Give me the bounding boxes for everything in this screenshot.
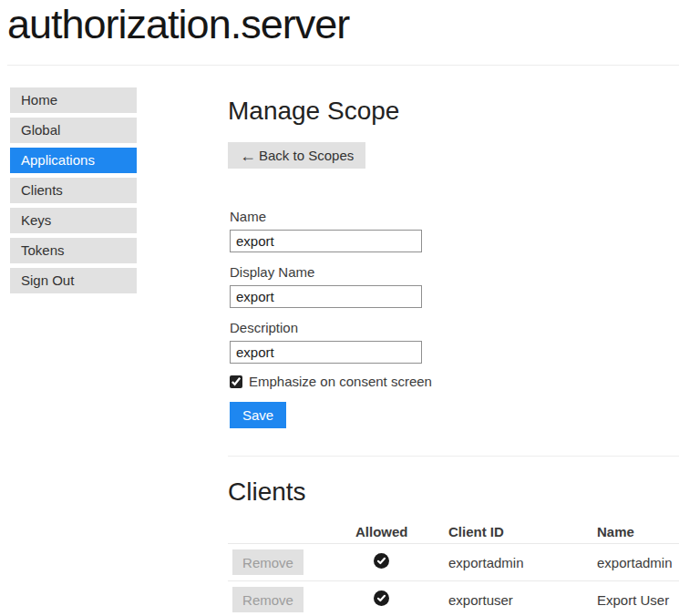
header-divider <box>7 65 679 66</box>
sidebar-item-tokens[interactable]: Tokens <box>10 238 137 263</box>
page-title: Manage Scope <box>228 95 399 128</box>
remove-button[interactable]: Remove <box>232 549 303 575</box>
clients-table-header: Allowed Client ID Name <box>228 519 679 544</box>
allowed-cell <box>355 553 448 571</box>
page: authorization.server Home Global Applica… <box>0 0 679 616</box>
display-name-input[interactable] <box>230 285 422 308</box>
description-label: Description <box>230 320 298 336</box>
table-row: Remove exportadmin exportadmin <box>228 544 679 581</box>
sidebar-item-keys[interactable]: Keys <box>10 208 137 233</box>
sidebar-item-applications[interactable]: Applications <box>10 148 137 173</box>
sidebar-item-clients[interactable]: Clients <box>10 178 137 203</box>
allowed-cell <box>355 590 448 609</box>
emphasize-checkbox[interactable] <box>230 375 242 388</box>
sidebar-item-sign-out[interactable]: Sign Out <box>10 268 137 293</box>
table-row: Remove exportuser Export User <box>228 581 679 616</box>
clients-section-title: Clients <box>228 476 306 508</box>
client-id-cell: exportuser <box>448 592 597 608</box>
back-button-label: Back to Scopes <box>259 148 354 163</box>
sidebar-item-home[interactable]: Home <box>10 87 137 113</box>
app-title: authorization.server <box>7 0 349 53</box>
display-name-label: Display Name <box>230 264 314 281</box>
client-id-cell: exportadmin <box>448 555 597 570</box>
description-input[interactable] <box>230 341 422 364</box>
remove-button[interactable]: Remove <box>232 587 303 612</box>
clients-table: Allowed Client ID Name Remove exportadmi… <box>228 519 679 616</box>
row-actions-cell: Remove <box>228 549 355 575</box>
check-circle-icon <box>374 590 389 606</box>
client-name-cell: exportadmin <box>597 555 679 570</box>
column-header-allowed: Allowed <box>355 524 448 539</box>
column-header-name: Name <box>597 524 679 539</box>
emphasize-checkbox-label: Emphasize on consent screen <box>249 374 432 389</box>
back-to-scopes-button[interactable]: ← Back to Scopes <box>228 142 365 169</box>
back-arrow-icon: ← <box>240 148 256 164</box>
save-button[interactable]: Save <box>230 402 286 428</box>
column-header-client-id: Client ID <box>448 524 597 539</box>
name-input[interactable] <box>230 230 422 252</box>
check-circle-icon <box>374 553 389 569</box>
client-name-cell: Export User <box>597 592 679 608</box>
section-divider <box>228 456 679 457</box>
row-actions-cell: Remove <box>228 587 355 612</box>
emphasize-checkbox-row: Emphasize on consent screen <box>230 374 432 389</box>
name-label: Name <box>230 209 266 225</box>
sidebar: Home Global Applications Clients Keys To… <box>10 87 137 298</box>
sidebar-item-global[interactable]: Global <box>10 118 137 143</box>
